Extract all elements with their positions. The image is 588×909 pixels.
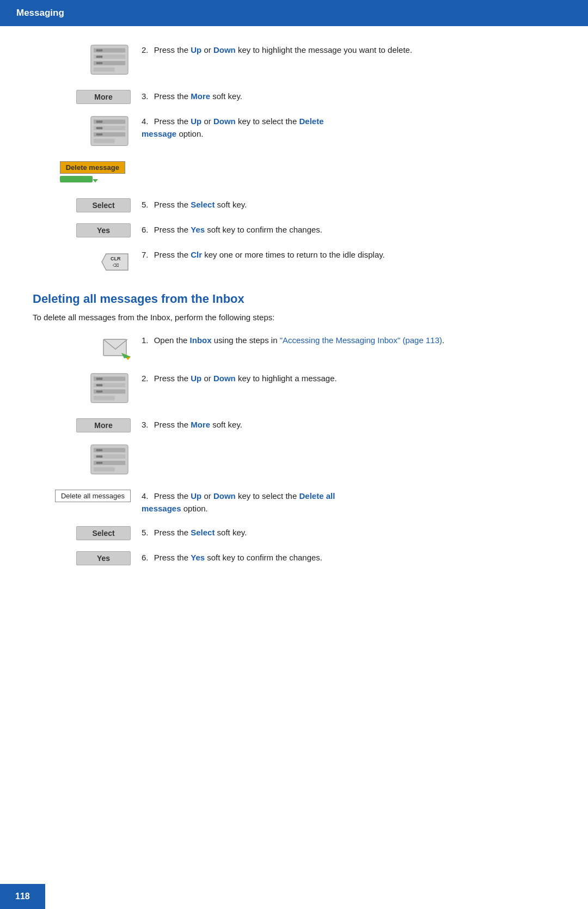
svg-rect-39 — [96, 462, 103, 464]
svg-rect-38 — [96, 455, 103, 457]
down-key-label: Down — [213, 45, 236, 54]
step-text: 4. Press the Up or Down key to select th… — [142, 489, 555, 515]
step-text: 6. Press the Yes soft key to confirm the… — [142, 222, 555, 236]
up-key-label: Up — [191, 45, 201, 54]
step-icon: Yes — [33, 550, 142, 565]
step-text: 5. Press the Select soft key. — [142, 197, 555, 211]
message-list-icon-3 — [88, 372, 131, 407]
step-icon — [33, 371, 142, 407]
step-icon — [33, 42, 142, 79]
down-key-label-2: Down — [213, 117, 236, 126]
yes-softkey-2: Yes — [76, 551, 131, 565]
step-text: 5. Press the Select soft key. — [142, 525, 555, 539]
svg-text:CLR: CLR — [111, 256, 121, 261]
section2-intro: To delete all messages from the Inbox, p… — [33, 313, 555, 322]
step-icon: Yes — [33, 222, 142, 237]
clr-key-label: Clr — [191, 250, 202, 259]
svg-rect-15 — [96, 133, 103, 136]
svg-rect-12 — [94, 139, 115, 143]
select-key-label-2: Select — [191, 528, 215, 537]
step-text: 2. Press the Up or Down key to highlight… — [142, 42, 555, 56]
section2-title: Deleting all messages from the Inbox — [33, 292, 555, 306]
step-text: 4. Press the Up or Down key to select th… — [142, 114, 555, 141]
more-key-label: More — [191, 91, 210, 101]
step-row: Yes 6. Press the Yes soft key to confirm… — [33, 222, 555, 237]
clr-key-icon: CLR ⌫ — [101, 248, 131, 276]
page-content: 2. Press the Up or Down key to highlight… — [0, 26, 588, 619]
delete-all-box: Delete all messages — [55, 490, 131, 502]
up-key-label-4: Up — [191, 491, 201, 501]
step-row — [33, 442, 555, 479]
up-key-label-2: Up — [191, 117, 201, 126]
svg-rect-30 — [96, 384, 103, 386]
inbox-link[interactable]: "Accessing the Messaging Inbox" (page 11… — [280, 335, 442, 345]
inbox-envelope-icon — [101, 334, 131, 361]
select-key-label: Select — [191, 200, 215, 209]
message-list-icon-2 — [88, 115, 131, 150]
yes-softkey-1: Yes — [76, 223, 131, 237]
svg-rect-5 — [96, 50, 103, 52]
step-row: More 3. Press the More soft key. — [33, 89, 555, 104]
step-row: Delete all messages 4. Press the Up or D… — [33, 489, 555, 515]
svg-text:⌫: ⌫ — [113, 263, 119, 268]
svg-rect-13 — [96, 121, 103, 123]
yes-key-label: Yes — [191, 225, 205, 234]
more-softkey: More — [76, 90, 131, 104]
step-text: 3. Press the More soft key. — [142, 417, 555, 431]
yes-key-label-2: Yes — [191, 553, 205, 562]
step-row: 4. Press the Up or Down key to select th… — [33, 114, 555, 150]
step-icon — [33, 333, 142, 361]
select-softkey-2: Select — [76, 526, 131, 540]
step-text-empty — [142, 160, 555, 161]
more-softkey-2: More — [76, 418, 131, 432]
svg-rect-4 — [94, 68, 115, 72]
step-text: 2. Press the Up or Down key to highlight… — [142, 371, 555, 385]
step-row: Select 5. Press the Select soft key. — [33, 525, 555, 540]
step-icon-highlight: Delete message — [33, 160, 142, 187]
step-text: 6. Press the Yes soft key to confirm the… — [142, 550, 555, 564]
page-header: Messaging — [0, 0, 588, 26]
svg-rect-37 — [96, 449, 103, 452]
step-row: Select 5. Press the Select soft key. — [33, 197, 555, 212]
svg-rect-29 — [96, 378, 103, 380]
page-number: 118 — [0, 884, 45, 909]
step-icon — [33, 114, 142, 150]
step-row: Yes 6. Press the Yes soft key to confirm… — [33, 550, 555, 565]
svg-rect-31 — [96, 391, 103, 393]
up-key-label-3: Up — [191, 374, 201, 383]
step-row: 1. Open the Inbox using the steps in "Ac… — [33, 333, 555, 361]
step-icon: Select — [33, 197, 142, 212]
delete-highlight-row: Delete message — [33, 160, 555, 187]
down-key-label-4: Down — [213, 491, 236, 501]
select-softkey-1: Select — [76, 198, 131, 212]
message-list-icon-4 — [88, 443, 131, 479]
svg-rect-28 — [94, 396, 115, 400]
svg-rect-16 — [60, 176, 93, 182]
step-text: 1. Open the Inbox using the steps in "Ac… — [142, 333, 555, 346]
svg-rect-36 — [94, 467, 115, 472]
step-text: 3. Press the More soft key. — [142, 89, 555, 102]
step-text: 7. Press the Clr key one or more times t… — [142, 247, 555, 261]
svg-marker-17 — [93, 179, 98, 182]
step-icon: CLR ⌫ — [33, 247, 142, 276]
highlight-arrow-icon — [60, 175, 98, 186]
step-text-empty — [142, 442, 555, 443]
more-key-label-2: More — [191, 420, 210, 429]
step-row: 2. Press the Up or Down key to highlight… — [33, 371, 555, 407]
delete-highlight-text: Delete message — [66, 163, 119, 172]
step-row: CLR ⌫ 7. Press the Clr key one or more t… — [33, 247, 555, 276]
delete-all-label: Delete allmessages — [142, 491, 335, 513]
step-row: 2. Press the Up or Down key to highlight… — [33, 42, 555, 79]
step-icon: More — [33, 89, 142, 104]
step-icon: Delete all messages — [33, 489, 142, 502]
svg-rect-6 — [96, 56, 103, 58]
step-row: More 3. Press the More soft key. — [33, 417, 555, 432]
step-icon — [33, 442, 142, 479]
down-key-label-3: Down — [213, 374, 236, 383]
svg-rect-7 — [96, 62, 103, 64]
header-title: Messaging — [16, 8, 64, 18]
inbox-label: Inbox — [190, 335, 212, 345]
step-icon: Select — [33, 525, 142, 540]
svg-rect-14 — [96, 127, 103, 129]
step-icon: More — [33, 417, 142, 432]
